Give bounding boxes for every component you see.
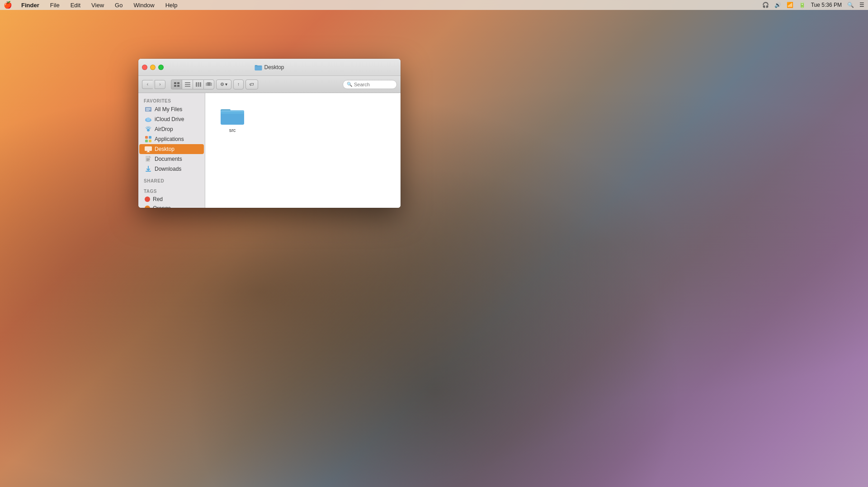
- svg-rect-7: [177, 85, 179, 87]
- svg-rect-43: [221, 110, 244, 112]
- svg-rect-31: [147, 151, 149, 152]
- sound-icon: 🔊: [774, 2, 781, 8]
- sidebar-item-downloads[interactable]: Downloads: [139, 164, 204, 174]
- orange-tag-dot: [145, 206, 150, 208]
- titlebar: Desktop: [138, 59, 401, 76]
- file-item-src[interactable]: src: [214, 102, 250, 136]
- tags-section-label: Tags: [138, 187, 205, 195]
- spotlight-icon[interactable]: 🔍: [847, 2, 854, 8]
- sidebar-item-tag-red[interactable]: Red: [139, 195, 204, 204]
- window-menu[interactable]: Window: [132, 2, 156, 9]
- svg-rect-18: [146, 108, 151, 109]
- back-button[interactable]: ‹: [142, 80, 153, 89]
- column-view-button[interactable]: [193, 80, 203, 89]
- svg-rect-19: [146, 109, 151, 110]
- src-folder-icon: [221, 106, 244, 126]
- sidebar-item-tag-orange[interactable]: Orange: [139, 204, 204, 208]
- finder-window: Desktop ‹ › ⚙ ▾ ↑ 🏷: [138, 59, 401, 208]
- svg-rect-10: [185, 86, 190, 87]
- svg-rect-32: [146, 152, 150, 152]
- applications-icon: [145, 136, 152, 143]
- svg-rect-5: [177, 82, 179, 84]
- svg-rect-2: [255, 66, 262, 70]
- documents-label: Documents: [155, 156, 182, 162]
- all-my-files-icon: [145, 106, 152, 113]
- go-menu[interactable]: Go: [113, 2, 124, 9]
- documents-icon: [145, 155, 152, 163]
- airdrop-icon: [145, 126, 152, 133]
- svg-rect-36: [146, 159, 150, 159]
- sidebar-item-airdrop[interactable]: AirDrop: [139, 124, 204, 134]
- tag-icon: 🏷: [250, 82, 254, 87]
- wifi-icon: 📶: [787, 2, 793, 8]
- icloud-drive-icon: [145, 116, 152, 123]
- action-chevron: ▾: [225, 82, 227, 87]
- red-tag-label: Red: [153, 196, 163, 202]
- edit-menu[interactable]: Edit: [69, 2, 82, 9]
- svg-rect-30: [145, 146, 152, 151]
- sidebar-item-desktop[interactable]: Desktop: [139, 144, 204, 154]
- tag-button[interactable]: 🏷: [245, 80, 258, 89]
- svg-rect-26: [145, 136, 148, 139]
- close-button[interactable]: [142, 65, 147, 70]
- title-folder-icon: [255, 64, 262, 70]
- content-area: src: [205, 93, 401, 208]
- sidebar-item-icloud-drive[interactable]: iCloud Drive: [139, 114, 204, 124]
- sidebar-item-applications[interactable]: Applications: [139, 134, 204, 144]
- all-my-files-label: All My Files: [155, 106, 182, 112]
- svg-rect-28: [145, 140, 148, 142]
- battery-icon: 🔋: [799, 2, 806, 8]
- desktop-background: [0, 0, 868, 487]
- shared-section-label: Shared: [138, 177, 205, 184]
- svg-point-24: [146, 117, 150, 121]
- app-name-menu[interactable]: Finder: [19, 2, 41, 9]
- view-menu[interactable]: View: [90, 2, 106, 9]
- share-button[interactable]: ↑: [233, 80, 244, 89]
- sidebar: Favorites All My Files iCloud Drive AirD…: [138, 93, 205, 208]
- svg-rect-39: [146, 171, 151, 172]
- svg-rect-3: [255, 65, 257, 66]
- icon-view-button[interactable]: [171, 80, 182, 89]
- list-view-button[interactable]: [182, 80, 193, 89]
- search-icon: 🔍: [347, 82, 352, 87]
- svg-rect-15: [206, 83, 208, 86]
- coverflow-view-button[interactable]: [203, 80, 214, 89]
- downloads-label: Downloads: [155, 166, 181, 172]
- desktop-label: Desktop: [155, 146, 175, 152]
- toolbar: ‹ › ⚙ ▾ ↑ 🏷 🔍: [138, 76, 401, 93]
- svg-rect-29: [149, 140, 151, 142]
- svg-rect-12: [198, 82, 199, 87]
- svg-rect-27: [149, 136, 151, 139]
- menubar: 🍎 Finder File Edit View Go Window Help 🎧…: [0, 0, 868, 10]
- src-file-name: src: [229, 127, 236, 133]
- icloud-drive-label: iCloud Drive: [155, 116, 184, 122]
- window-body: Favorites All My Files iCloud Drive AirD…: [138, 93, 401, 208]
- svg-rect-11: [196, 82, 197, 87]
- control-center-icon[interactable]: ☰: [859, 2, 864, 8]
- maximize-button[interactable]: [158, 65, 164, 70]
- search-box[interactable]: 🔍: [343, 80, 397, 89]
- svg-rect-8: [185, 82, 190, 83]
- help-menu[interactable]: Help: [164, 2, 179, 9]
- svg-rect-4: [174, 82, 176, 84]
- action-button[interactable]: ⚙ ▾: [216, 80, 231, 89]
- svg-rect-37: [146, 159, 150, 160]
- search-input[interactable]: [354, 82, 393, 87]
- forward-button[interactable]: ›: [155, 80, 165, 89]
- svg-rect-14: [207, 82, 211, 86]
- orange-tag-label: Orange: [153, 205, 171, 208]
- minimize-button[interactable]: [150, 65, 156, 70]
- svg-rect-6: [174, 85, 176, 87]
- svg-rect-20: [146, 110, 149, 111]
- clock: Tue 5:36 PM: [811, 2, 842, 8]
- sidebar-item-documents[interactable]: Documents: [139, 154, 204, 164]
- gear-icon: ⚙: [220, 82, 224, 87]
- svg-rect-38: [146, 160, 149, 161]
- apple-menu[interactable]: 🍎: [4, 1, 12, 9]
- sidebar-item-all-my-files[interactable]: All My Files: [139, 104, 204, 114]
- red-tag-dot: [145, 197, 150, 202]
- file-menu[interactable]: File: [48, 2, 61, 9]
- svg-rect-9: [185, 84, 190, 85]
- desktop-icon: [145, 145, 152, 153]
- share-icon: ↑: [237, 82, 240, 87]
